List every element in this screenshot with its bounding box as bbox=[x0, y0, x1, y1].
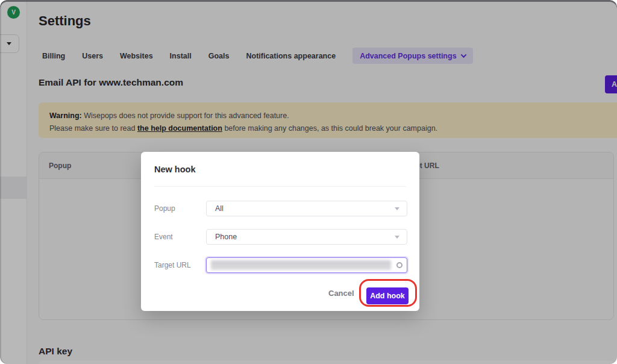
target-url-input[interactable] bbox=[206, 257, 407, 273]
event-select-value: Phone bbox=[215, 233, 237, 241]
select-caret-icon bbox=[395, 236, 399, 239]
redacted-value bbox=[211, 260, 391, 270]
modal-title: New hook bbox=[154, 165, 195, 174]
event-field-label: Event bbox=[154, 233, 206, 241]
popup-field-row: Popup All bbox=[154, 201, 407, 216]
popup-select[interactable]: All bbox=[206, 201, 407, 216]
app-window: V Settings Billing Users Websites Instal… bbox=[0, 0, 617, 364]
select-caret-icon bbox=[395, 207, 399, 210]
modal-divider bbox=[154, 186, 406, 187]
redacted-icon bbox=[396, 262, 402, 268]
target-url-field-label: Target URL bbox=[154, 261, 206, 269]
event-select[interactable]: Phone bbox=[206, 229, 407, 245]
new-hook-modal: New hook Popup All Event Phone Target UR… bbox=[141, 152, 419, 311]
popup-select-value: All bbox=[215, 204, 224, 213]
target-url-field-row: Target URL bbox=[154, 257, 407, 273]
event-field-row: Event Phone bbox=[154, 229, 407, 245]
popup-field-label: Popup bbox=[154, 204, 206, 213]
cancel-button[interactable]: Cancel bbox=[328, 289, 354, 298]
add-hook-button[interactable]: Add hook bbox=[366, 287, 409, 304]
